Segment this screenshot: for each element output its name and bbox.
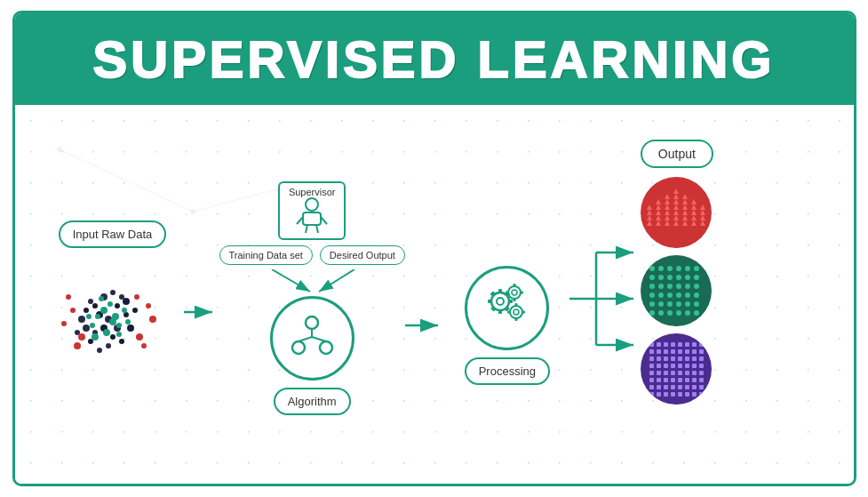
svg-rect-101 [522, 310, 525, 313]
svg-rect-193 [657, 349, 661, 354]
svg-rect-204 [678, 357, 682, 361]
svg-point-14 [92, 303, 98, 309]
svg-point-92 [512, 290, 517, 295]
svg-rect-232 [649, 385, 654, 389]
svg-point-91 [508, 286, 521, 299]
svg-rect-188 [678, 342, 682, 347]
svg-rect-247 [699, 392, 704, 397]
svg-point-150 [667, 266, 673, 271]
svg-line-78 [312, 337, 326, 341]
svg-point-73 [306, 317, 318, 329]
svg-marker-131 [682, 210, 688, 215]
svg-point-156 [667, 275, 673, 280]
algorithm-label: Algorithm [274, 388, 351, 415]
input-column: Input Raw Data [42, 220, 184, 377]
svg-rect-238 [692, 385, 697, 389]
svg-marker-121 [656, 204, 661, 210]
svg-rect-194 [664, 349, 668, 354]
svg-rect-230 [692, 378, 697, 382]
svg-marker-123 [673, 204, 679, 210]
svg-point-171 [694, 293, 699, 298]
svg-line-71 [272, 269, 310, 292]
output-column: Output [641, 140, 713, 405]
output-circle-red [641, 177, 712, 248]
svg-point-24 [110, 334, 115, 340]
green-dots-pattern [645, 260, 707, 322]
output-circle-purple [641, 333, 712, 405]
svg-rect-94 [513, 298, 515, 301]
svg-rect-84 [498, 309, 502, 314]
svg-marker-135 [656, 215, 661, 220]
svg-rect-190 [692, 342, 697, 347]
svg-point-21 [119, 294, 124, 300]
svg-marker-144 [673, 220, 679, 226]
svg-rect-83 [498, 289, 502, 293]
svg-rect-206 [692, 357, 697, 361]
svg-point-82 [497, 298, 504, 305]
processing-circle [465, 266, 549, 350]
svg-point-149 [658, 266, 664, 271]
svg-point-173 [658, 301, 664, 307]
training-desired-row: Training Data set Desired Output [219, 245, 405, 265]
svg-marker-124 [682, 204, 688, 210]
svg-point-35 [75, 330, 80, 335]
svg-marker-114 [682, 194, 688, 199]
svg-rect-209 [657, 364, 661, 368]
svg-marker-137 [673, 215, 679, 220]
svg-rect-184 [649, 342, 654, 347]
svg-rect-231 [699, 378, 704, 382]
svg-rect-223 [699, 371, 704, 375]
svg-marker-112 [665, 194, 670, 199]
svg-rect-192 [649, 349, 654, 354]
svg-point-177 [694, 301, 699, 307]
svg-marker-126 [700, 204, 705, 210]
svg-line-66 [321, 217, 327, 224]
main-frame: SUPERVISED LEARNING Input Raw Data [12, 11, 856, 486]
svg-rect-219 [671, 371, 675, 375]
svg-point-30 [127, 325, 134, 332]
header-section: SUPERVISED LEARNING [15, 13, 854, 105]
svg-rect-210 [664, 364, 668, 368]
svg-point-165 [694, 284, 699, 289]
svg-marker-118 [682, 199, 688, 204]
output-circle-green [641, 255, 712, 326]
svg-line-72 [319, 269, 354, 292]
svg-point-57 [74, 342, 81, 349]
svg-marker-127 [647, 210, 652, 215]
svg-point-55 [66, 294, 71, 300]
svg-point-20 [84, 308, 89, 313]
svg-point-168 [667, 293, 673, 298]
svg-point-38 [108, 301, 113, 307]
svg-rect-186 [664, 342, 668, 347]
red-dots-pattern [645, 181, 707, 244]
svg-point-53 [70, 308, 76, 313]
svg-rect-235 [671, 385, 675, 389]
svg-rect-228 [678, 378, 682, 382]
svg-rect-185 [657, 342, 661, 347]
svg-point-151 [676, 266, 681, 271]
arrow-svg-2 [405, 317, 445, 334]
svg-point-170 [685, 293, 690, 298]
svg-rect-64 [303, 212, 321, 225]
svg-point-176 [685, 301, 690, 307]
svg-rect-221 [685, 371, 689, 375]
svg-marker-115 [656, 199, 661, 204]
svg-point-34 [132, 308, 138, 313]
svg-point-33 [83, 325, 90, 332]
svg-rect-95 [520, 291, 523, 293]
svg-point-161 [658, 284, 664, 289]
svg-marker-128 [656, 210, 661, 215]
svg-marker-122 [665, 204, 670, 210]
svg-point-180 [667, 310, 673, 316]
purple-dots-pattern [645, 338, 707, 400]
svg-point-174 [667, 301, 673, 307]
svg-point-39 [95, 314, 100, 319]
svg-point-58 [146, 303, 151, 309]
svg-rect-88 [490, 306, 496, 311]
svg-marker-139 [691, 215, 697, 220]
training-dataset-label: Training Data set [219, 245, 313, 265]
svg-point-159 [694, 275, 699, 280]
arrow-input-to-algo [184, 303, 219, 321]
content-area: Input Raw Data [15, 105, 854, 486]
svg-rect-207 [699, 357, 704, 361]
